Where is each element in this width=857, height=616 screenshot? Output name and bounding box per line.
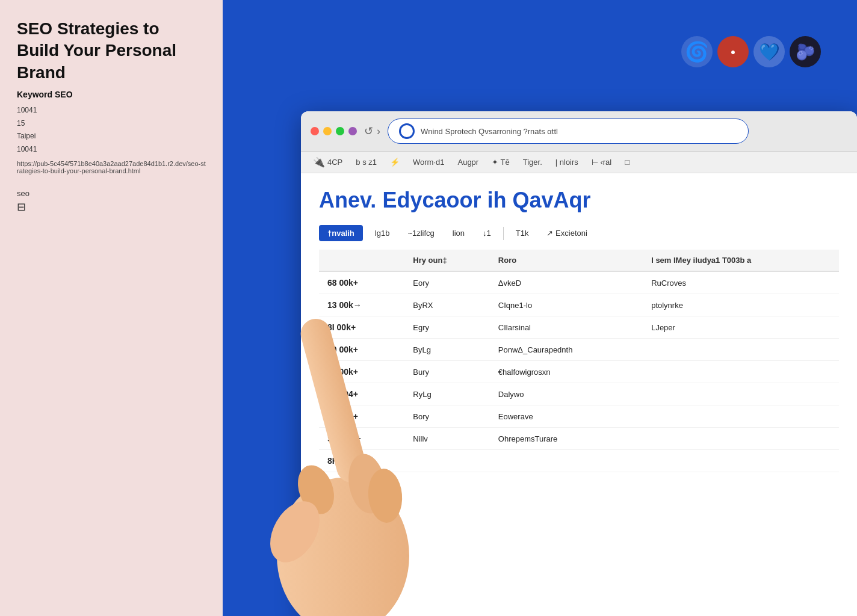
cell-col2: ΔvkeD: [490, 271, 643, 294]
nav-tab-bsz1[interactable]: b s z1: [356, 158, 377, 167]
browser-window: ↺ › Wnind Sprotech Qvsarroning ?rnats αt…: [301, 111, 857, 616]
traffic-lights: [311, 127, 357, 135]
cell-col1: RyLg: [404, 383, 490, 405]
heading-part2: Edycaoor: [382, 188, 481, 212]
table-header-row: Hry oun‡ Roro I sem IMey iludya1 T003b a: [319, 250, 839, 271]
sidebar-meta: 10041 15 Taipei 10041: [17, 104, 206, 156]
toolbar-item-arrow[interactable]: ↓1: [477, 225, 497, 241]
nav-tab-augpr[interactable]: Augpr: [457, 158, 478, 167]
plug-icon: 🔌: [313, 156, 325, 168]
traffic-light-green[interactable]: [336, 127, 344, 135]
cell-col3: [643, 339, 839, 361]
cell-col2: €halfowigrosxn: [490, 361, 643, 383]
cell-col1: ByRX: [404, 294, 490, 316]
cell-col2: Dalywo: [490, 383, 643, 405]
nav-tab-te[interactable]: ✦ Tē: [492, 158, 510, 167]
toolbar-btn-nvalih[interactable]: †nvalih: [319, 225, 363, 241]
sidebar-icon: ⊟: [17, 200, 206, 214]
cell-volume: 17 004+: [319, 383, 404, 405]
cell-col3: [643, 361, 839, 383]
sidebar-tag: seo: [17, 189, 206, 198]
traffic-light-extra[interactable]: [348, 127, 357, 135]
nav-tab-kral[interactable]: ⊢ ‹ral: [592, 158, 611, 167]
top-icon-3: 💙: [753, 36, 785, 67]
cell-col1: Eory: [404, 271, 490, 294]
traffic-light-yellow[interactable]: [323, 127, 332, 135]
cell-col2: PonwΔ_Caurapednth: [490, 339, 643, 361]
cell-col3: [643, 383, 839, 405]
nav-tab-4cp[interactable]: 🔌 4CP: [313, 156, 342, 168]
cell-col1: Bury: [404, 361, 490, 383]
traffic-light-red[interactable]: [311, 127, 319, 135]
th-roro: Roro: [490, 250, 643, 271]
top-icons-area: 🌀 ● 💙 🫐: [681, 36, 821, 67]
toolbar-item-lion[interactable]: lion: [447, 225, 471, 241]
toolbar-item-zlifcg[interactable]: ~1zlifcg: [401, 225, 440, 241]
cell-volume: 13 00k→: [319, 294, 404, 316]
top-icon-1: 🌀: [681, 36, 713, 67]
table-row: 13 00k→ ByRX CIqne1-lo ptolynrke: [319, 294, 839, 316]
back-icon[interactable]: ↺: [364, 125, 373, 138]
cell-col1: Nillv: [404, 428, 490, 450]
content-area: Anev. Edycaoor ih QavAqr †nvalih lg1b ~1…: [301, 173, 857, 616]
cell-volume: 32 00k+: [319, 405, 404, 428]
sidebar: SEO Strategies to Build Your Personal Br…: [0, 0, 223, 616]
main-content: 🌀 ● 💙 🫐 ↺ › Wnind Sprotech Qvsarroning ?…: [223, 0, 857, 616]
nav-tab-square[interactable]: □: [625, 158, 630, 167]
toolbar-row: †nvalih lg1b ~1zlifcg lion ↓1 T1k ↗ Exci…: [319, 225, 839, 241]
nav-tab-wormd1[interactable]: Worm·d1: [413, 158, 445, 167]
cell-col1: Bory: [404, 405, 490, 428]
cell-col1: [404, 450, 490, 472]
browser-nav: ↺ ›: [364, 125, 380, 138]
address-bar[interactable]: Wnind Sprotech Qvsarroning ?rnats αttl: [388, 119, 749, 144]
cell-col1: Egry: [404, 316, 490, 339]
nav-tab-lightning[interactable]: ⚡: [390, 158, 400, 167]
cell-col3: [643, 450, 839, 472]
cell-col2: CIqne1-lo: [490, 294, 643, 316]
heading-part3: ih: [487, 188, 506, 212]
cell-col3: ptolynrke: [643, 294, 839, 316]
table-row: 17 004+ RyLg Dalywo: [319, 383, 839, 405]
cell-col3: LJeper: [643, 316, 839, 339]
table-row: 8I 00k+ Egry CIlarsinal LJeper: [319, 316, 839, 339]
cell-col2: [490, 450, 643, 472]
cell-col2: CIlarsinal: [490, 316, 643, 339]
sidebar-url: https://pub-5c454f571b8e40a3a2aad27ade84…: [17, 160, 206, 174]
keyword-table: Hry oun‡ Roro I sem IMey iludya1 T003b a…: [319, 250, 839, 472]
top-icon-2: ●: [717, 36, 749, 67]
table-row: 68 00k+ Eory ΔvkeD RuCroves: [319, 271, 839, 294]
nav-tab-nloirs[interactable]: | nloirs: [555, 158, 578, 167]
forward-icon[interactable]: ›: [377, 125, 380, 138]
address-circle-icon: [399, 123, 415, 139]
toolbar-divider: [503, 227, 504, 240]
cell-volume: 82 00k+: [319, 361, 404, 383]
top-icon-4: 🫐: [790, 36, 821, 67]
toolbar-item-t1k[interactable]: T1k: [510, 225, 535, 241]
heading-part1: Anev.: [319, 188, 376, 212]
table-row: 32 00k+ Bory Eowerave: [319, 405, 839, 428]
page-title: SEO Strategies to Build Your Personal Br…: [17, 18, 206, 84]
toolbar-item-lg1b[interactable]: lg1b: [369, 225, 396, 241]
lightning-icon: ⚡: [390, 158, 400, 167]
table-row: SO 00k+ Nillv OhrepemsTurare: [319, 428, 839, 450]
th-volume: [319, 250, 404, 271]
table-row: 82 00k+ Bury €halfowigrosxn: [319, 361, 839, 383]
cell-col3: [643, 405, 839, 428]
cell-col2: Eowerave: [490, 405, 643, 428]
address-text: Wnind Sprotech Qvsarroning ?rnats αttl: [421, 127, 558, 136]
sidebar-subtitle: Keyword SEO: [17, 90, 206, 99]
table-row: 80 00k+ ByLg PonwΔ_Caurapednth: [319, 339, 839, 361]
content-heading: Anev. Edycaoor ih QavAqr: [319, 188, 839, 213]
heading-part4: QavAqr: [512, 188, 590, 212]
nav-tabs: 🔌 4CP b s z1 ⚡ Worm·d1 Augpr ✦ Tē Tiger.…: [301, 152, 857, 173]
cell-volume: SO 00k+: [319, 428, 404, 450]
browser-chrome: ↺ › Wnind Sprotech Qvsarroning ?rnats αt…: [301, 111, 857, 152]
cell-col3: RuCroves: [643, 271, 839, 294]
cell-volume: 8F 00k+: [319, 450, 404, 472]
toolbar-item-excietoni[interactable]: ↗ Excietoni: [540, 225, 593, 241]
cell-col1: ByLg: [404, 339, 490, 361]
nav-tab-tiger[interactable]: Tiger.: [523, 158, 542, 167]
table-row: 8F 00k+: [319, 450, 839, 472]
cell-col3: [643, 428, 839, 450]
th-sem: I sem IMey iludya1 T003b a: [643, 250, 839, 271]
